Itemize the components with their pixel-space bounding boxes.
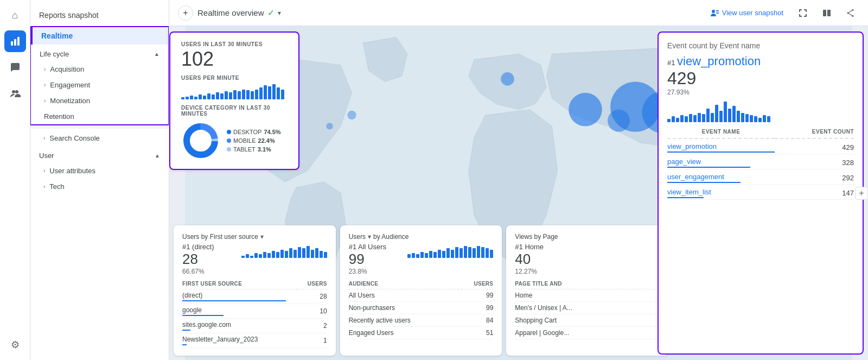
col-users-2: USERS bbox=[458, 280, 493, 289]
views-value: 40 bbox=[515, 251, 544, 268]
table-row: Men's / Unisex | A... bbox=[515, 302, 660, 314]
per-minute-label: USERS PER MINUTE bbox=[181, 75, 288, 81]
sidebar-item-tech-label: Tech bbox=[49, 182, 64, 191]
monetization-chevron-icon: › bbox=[44, 98, 46, 104]
table-row: Newsletter_January_2023 1 bbox=[182, 333, 327, 348]
sidebar-item-acquisition-label: Acquisition bbox=[50, 65, 84, 73]
sidebar-item-acquisition[interactable]: › Acquisition bbox=[31, 61, 168, 77]
legend-tablet: TABLET 3.1% bbox=[227, 146, 281, 153]
add-card-button[interactable]: + bbox=[855, 187, 868, 200]
sidebar-section-user-label: User bbox=[39, 151, 54, 160]
audience-non-purchasers: Non-purchasers bbox=[349, 302, 459, 314]
users-label: USERS IN LAST 30 MINUTES bbox=[181, 41, 288, 47]
engagement-chevron-icon: › bbox=[44, 82, 46, 88]
svg-rect-7 bbox=[716, 12, 719, 14]
views-by-page-title-text: Views by Page bbox=[515, 233, 558, 241]
nav-home-icon[interactable]: ⌂ bbox=[4, 4, 26, 26]
view-user-snapshot-button[interactable]: View user snapshot bbox=[706, 7, 788, 20]
count-newsletter: 1 bbox=[297, 333, 327, 348]
table-row: (direct) 28 bbox=[182, 289, 327, 304]
svg-point-3 bbox=[12, 90, 15, 93]
nav-audience-icon[interactable] bbox=[4, 83, 26, 104]
desktop-label: DESKTOP bbox=[233, 129, 261, 135]
audience-table: AUDIENCE USERS All Users 99 Non-purchase… bbox=[349, 280, 494, 339]
first-user-source-pct: 66.67% bbox=[182, 268, 214, 275]
nav-chat-icon[interactable] bbox=[4, 56, 26, 78]
event-view-promotion-count: 429 bbox=[775, 138, 854, 154]
device-label: DEVICE CATEGORY IN LAST 30 MINUTES bbox=[181, 105, 288, 117]
first-user-source-table: FIRST USER SOURCE USERS (direct) 28 goog… bbox=[182, 280, 327, 348]
count-direct: 28 bbox=[297, 289, 327, 304]
event-view-item-list: view_item_list bbox=[667, 185, 775, 200]
first-user-source-value: 28 bbox=[182, 251, 214, 268]
topbar-dropdown-icon[interactable]: ▾ bbox=[278, 9, 281, 17]
sidebar-item-realtime[interactable]: Realtime bbox=[31, 27, 168, 45]
svg-point-20 bbox=[501, 72, 514, 86]
topbar: + Realtime overview ✓ ▾ View user snapsh… bbox=[169, 0, 868, 26]
fullscreen-button[interactable] bbox=[794, 7, 812, 20]
source-direct: (direct) bbox=[182, 289, 297, 304]
views-by-page-table: PAGE TITLE AND Home Men's / Unisex | A..… bbox=[515, 280, 660, 339]
topbar-right: View user snapshot bbox=[706, 7, 859, 20]
per-minute-chart bbox=[181, 83, 288, 99]
audience-dropdown-icon[interactable]: ▾ bbox=[368, 233, 371, 241]
stats-card: USERS IN LAST 30 MINUTES 102 USERS PER M… bbox=[169, 31, 299, 170]
first-user-source-chart bbox=[241, 245, 327, 258]
audience-value: 99 bbox=[349, 251, 386, 268]
user-chevron-icon: ▲ bbox=[155, 153, 160, 159]
svg-rect-2 bbox=[17, 37, 20, 46]
sidebar-item-monetization[interactable]: › Monetization bbox=[31, 93, 168, 109]
audience-chart bbox=[407, 245, 493, 258]
device-donut-chart bbox=[181, 121, 220, 160]
event-page-view: page_view bbox=[667, 154, 775, 169]
sidebar-item-user-attributes[interactable]: › User attributes bbox=[30, 163, 169, 179]
views-by-page-card: Views by Page #1 Home 40 12.27% PAGE TIT… bbox=[506, 225, 668, 356]
sidebar-item-monetization-label: Monetization bbox=[50, 97, 90, 105]
bottom-cards: Users by First user source ▾ #1 (direct)… bbox=[169, 221, 673, 360]
audience-title-text: Users bbox=[349, 233, 366, 241]
count-sites-google: 2 bbox=[297, 319, 327, 333]
col-users-1: USERS bbox=[297, 280, 327, 289]
sidebar-item-search-console[interactable]: › Search Console bbox=[30, 130, 169, 146]
count-non-purchasers: 99 bbox=[458, 302, 493, 314]
add-report-button[interactable]: + bbox=[178, 5, 193, 21]
view-user-snapshot-label: View user snapshot bbox=[722, 9, 783, 17]
sidebar-section-lifecycle-label: Life cycle bbox=[40, 50, 69, 58]
acquisition-chevron-icon: › bbox=[44, 66, 46, 72]
map-area: Terms 13 USERS IN LAST 30 MINUTES 102 US… bbox=[169, 26, 868, 360]
tablet-label: TABLET bbox=[233, 146, 256, 153]
sidebar-item-retention[interactable]: Retention bbox=[31, 109, 168, 124]
svg-rect-1 bbox=[14, 39, 16, 46]
sidebar-item-engagement-label: Engagement bbox=[50, 81, 90, 89]
sidebar-item-tech[interactable]: › Tech bbox=[30, 179, 169, 194]
nav-settings-icon[interactable]: ⚙ bbox=[4, 334, 26, 356]
nav-analytics-icon[interactable] bbox=[4, 30, 26, 52]
audience-card: Users ▾ by Audience #1 All Users 99 23.8… bbox=[340, 225, 502, 356]
event-panel-title: Event count by Event name bbox=[667, 41, 854, 50]
audience-rank: #1 All Users bbox=[349, 243, 386, 251]
sidebar-section-user[interactable]: User ▲ bbox=[30, 146, 169, 163]
sidebar-title: Reports snapshot bbox=[30, 7, 169, 26]
table-row: Recently active users 84 bbox=[349, 314, 494, 327]
share-button[interactable] bbox=[842, 7, 859, 20]
source-google: google bbox=[182, 304, 297, 319]
device-donut-row: DESKTOP 74.5% MOBILE 22.4% TABLET 3.1% bbox=[181, 121, 288, 160]
count-all-users: 99 bbox=[458, 289, 493, 302]
svg-point-16 bbox=[569, 93, 602, 127]
compare-button[interactable] bbox=[818, 7, 835, 20]
first-user-source-title: Users by First user source ▾ bbox=[182, 233, 327, 241]
mobile-label: MOBILE bbox=[233, 137, 256, 144]
table-row: Engaged Users 51 bbox=[349, 327, 494, 339]
sidebar-section-lifecycle[interactable]: Life cycle ▲ bbox=[31, 45, 168, 61]
table-row: view_item_list 147 bbox=[667, 185, 854, 200]
count-recently-active: 84 bbox=[458, 314, 493, 327]
table-row: All Users 99 bbox=[349, 289, 494, 302]
event-rank-number: #1 bbox=[667, 59, 675, 67]
sidebar-item-engagement[interactable]: › Engagement bbox=[31, 77, 168, 93]
page-shopping-cart: Shopping Cart bbox=[515, 314, 660, 327]
sidebar-item-user-attributes-label: User attributes bbox=[49, 167, 95, 175]
search-console-chevron-icon: › bbox=[43, 135, 45, 141]
audience-engaged: Engaged Users bbox=[349, 327, 459, 339]
first-user-source-dropdown-icon[interactable]: ▾ bbox=[260, 233, 264, 241]
main: + Realtime overview ✓ ▾ View user snapsh… bbox=[169, 0, 868, 360]
